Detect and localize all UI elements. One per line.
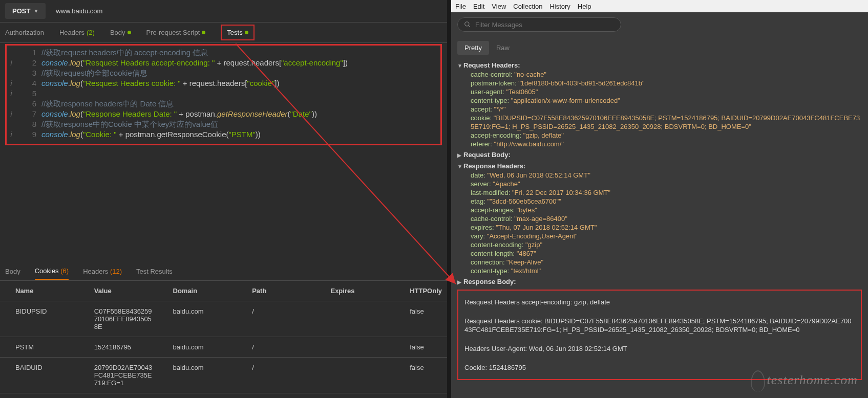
code-line-1: //获取request headers中的 accept-encoding 信息: [41, 48, 208, 57]
menu-help[interactable]: Help: [578, 3, 591, 10]
tab-headers[interactable]: Headers (2): [59, 29, 95, 36]
header-kv: accept-encoding: "gzip, deflate": [457, 131, 862, 140]
code-line-8: //获取response中的Cookie 中某个key对应的value值: [41, 120, 218, 128]
col-expires: Expires: [315, 281, 394, 301]
menu-view[interactable]: View: [492, 3, 506, 10]
header-kv: content-encoding: "gzip": [457, 240, 862, 249]
section-response-body[interactable]: ▶Response Body:: [457, 277, 862, 286]
btn-pretty[interactable]: Pretty: [457, 41, 489, 55]
view-mode-tabs: Pretty Raw: [451, 37, 868, 59]
request-tabs: Authorization Headers (2) Body Pre-reque…: [0, 23, 447, 43]
btn-raw[interactable]: Raw: [489, 41, 517, 55]
tests-code-editor[interactable]: 1//获取request headers中的 accept-encoding 信…: [7, 46, 440, 144]
dot-icon: [245, 31, 248, 34]
triangle-right-icon: ▶: [457, 278, 463, 286]
resp-tab-body[interactable]: Body: [5, 263, 20, 279]
header-kv: cookie: "BIDUPSID=C07F558E843625970106EF…: [457, 114, 862, 131]
tab-authorization[interactable]: Authorization: [5, 29, 44, 36]
header-kv: etag: ""3dcd-560eb5cea6700"": [457, 197, 862, 206]
triangle-down-icon: ▼: [457, 61, 463, 70]
request-bar: POST ▼ www.baidu.com: [0, 0, 447, 23]
header-kv: connection: "Keep-Alive": [457, 258, 862, 267]
header-kv: date: "Wed, 06 Jun 2018 02:52:14 GMT": [457, 171, 862, 180]
console-log-line: Resquest Headers cookie: BIDUPSID=C07F55…: [458, 315, 861, 336]
console-output: ▼Request Headers: cache-control: "no-cac…: [451, 59, 868, 398]
cookies-count: (6): [60, 267, 69, 275]
header-kv: cache-control: "no-cache": [457, 70, 862, 79]
tab-body[interactable]: Body: [110, 29, 131, 36]
svg-point-0: [465, 22, 469, 26]
cookies-table: Name Value Domain Path Expires HTTPOnly …: [0, 281, 447, 398]
console-toolbar: [451, 12, 868, 37]
header-kv: accept-ranges: "bytes": [457, 206, 862, 214]
header-kv: cache-control: "max-age=86400": [457, 214, 862, 223]
tests-editor-highlight: 1//获取request headers中的 accept-encoding 信…: [5, 44, 442, 145]
col-name: Name: [0, 281, 79, 301]
header-kv: expires: "Thu, 07 Jun 2018 02:52:14 GMT": [457, 223, 862, 232]
header-kv: postman-token: "1def8180-b50f-403f-bd91-…: [457, 79, 862, 87]
table-row: PSTM1524186795baidu.com/false: [0, 337, 447, 358]
table-row: BIDUPSIDC07F558E843625970106EFE89435058E…: [0, 301, 447, 337]
dot-icon: [202, 31, 205, 34]
console-menubar: File Edit View Collection History Help: [451, 0, 868, 12]
watermark: testerhome.com: [751, 370, 858, 392]
section-response-headers[interactable]: ▼Response Headers:: [457, 162, 862, 171]
section-request-headers[interactable]: ▼Request Headers:: [457, 61, 862, 70]
tab-tests[interactable]: Tests: [221, 25, 254, 40]
resp-tab-cookies[interactable]: Cookies (6): [35, 263, 69, 280]
section-request-body[interactable]: ▶Request Body:: [457, 150, 862, 160]
header-kv: content-type: "application/x-www-form-ur…: [457, 96, 862, 105]
col-domain: Domain: [158, 281, 237, 301]
resp-tab-headers[interactable]: Headers (12): [83, 263, 122, 279]
triangle-down-icon: ▼: [457, 162, 463, 171]
console-log-highlight: Resquest Headers accept-encoding: gzip, …: [457, 290, 862, 380]
search-icon: [464, 21, 471, 28]
headers-count: (2): [87, 29, 95, 36]
col-path: Path: [237, 281, 315, 301]
request-url[interactable]: www.baidu.com: [56, 7, 102, 15]
resp-headers-count: (12): [110, 268, 122, 275]
svg-line-1: [469, 26, 470, 27]
dot-icon: [128, 31, 131, 34]
http-method-label: POST: [12, 7, 30, 15]
menu-history[interactable]: History: [549, 3, 570, 10]
header-kv: referer: "http://www.baidu.com/": [457, 140, 862, 148]
code-line-6: //获取response headers中的 Date 信息: [41, 99, 174, 108]
col-value: Value: [79, 281, 158, 301]
header-kv: content-type: "text/html": [457, 267, 862, 275]
header-kv: user-agent: "Test0605": [457, 87, 862, 96]
triangle-right-icon: ▶: [457, 151, 463, 160]
tab-prerequest[interactable]: Pre-request Script: [146, 29, 206, 36]
response-tabs: Body Cookies (6) Headers (12) Test Resul…: [0, 262, 447, 281]
menu-file[interactable]: File: [455, 3, 466, 10]
filter-messages[interactable]: [457, 17, 621, 32]
http-method-dropdown[interactable]: POST ▼: [5, 3, 46, 19]
chevron-down-icon: ▼: [33, 8, 38, 14]
menu-collection[interactable]: Collection: [513, 3, 542, 10]
table-row: BAIDUID20799D02AE70043FC481FCEBE735E719:…: [0, 358, 447, 393]
resp-tab-testresults[interactable]: Test Results: [136, 263, 173, 279]
header-kv: accept: "*/*": [457, 105, 862, 114]
header-kv: server: "Apache": [457, 180, 862, 188]
console-log-line: Resquest Headers accept-encoding: gzip, …: [458, 296, 861, 308]
console-log-line: Headers User-Agent: Wed, 06 Jun 2018 02:…: [458, 342, 861, 355]
header-kv: content-length: "4867": [457, 249, 862, 258]
filter-input[interactable]: [475, 21, 615, 29]
postman-request-panel: POST ▼ www.baidu.com Authorization Heade…: [0, 0, 447, 398]
menu-edit[interactable]: Edit: [473, 3, 484, 10]
postman-console-panel: File Edit View Collection History Help P…: [447, 0, 868, 398]
header-kv: vary: "Accept-Encoding,User-Agent": [457, 232, 862, 240]
header-kv: last-modified: "Fri, 22 Dec 2017 10:34:3…: [457, 188, 862, 197]
code-line-3: //获取request的全部cookie信息: [41, 69, 147, 77]
table-row: H_PS_PSSID26525_1435_21082_26350_20928ba…: [0, 393, 447, 399]
col-httponly: HTTPOnly: [394, 281, 447, 301]
